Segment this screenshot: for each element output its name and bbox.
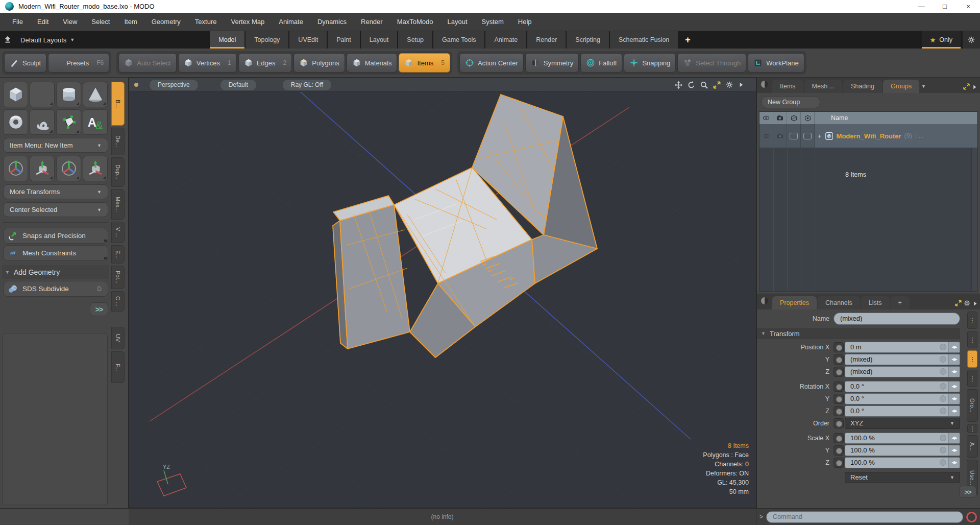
transform-tool-button[interactable]	[3, 156, 28, 181]
symmetry-button[interactable]: Symmetry	[525, 53, 579, 73]
camera-view-button[interactable]: Perspective	[150, 80, 198, 90]
row-checkbox-1[interactable]	[787, 124, 801, 148]
mesh-constraints-button[interactable]: Mesh Constraints	[3, 245, 108, 261]
channel-toggle[interactable]	[834, 394, 844, 404]
channel-handle[interactable]: ⋮	[967, 424, 977, 433]
sidebar-vtab-mesh[interactable]: Mes...	[111, 189, 125, 220]
panel-arrow-icon[interactable]	[972, 300, 978, 307]
viewport-options-gear-icon[interactable]	[725, 81, 733, 89]
row-render-toggle[interactable]	[773, 124, 787, 148]
panel-collapse-icon[interactable]	[761, 297, 768, 304]
3d-model-wireframe[interactable]	[333, 94, 597, 357]
channel-handle[interactable]: ⋮	[967, 370, 977, 387]
spinner-arrows[interactable]: ◀▶	[948, 381, 960, 392]
channel-handle[interactable]: ⋮	[967, 312, 977, 329]
menu-vertex-map[interactable]: Vertex Map	[224, 13, 272, 31]
pan-icon[interactable]	[674, 81, 683, 89]
menu-layout[interactable]: Layout	[440, 13, 474, 31]
workplane-button[interactable]: WorkPlane	[748, 53, 804, 73]
menu-dynamics[interactable]: Dynamics	[310, 13, 354, 31]
expand-panel-icon[interactable]	[963, 83, 970, 90]
text-tool-button[interactable]	[83, 109, 108, 135]
order-dropdown[interactable]: XYZ▼	[845, 418, 960, 429]
tab-overflow-chevron-icon[interactable]: ▼	[920, 84, 930, 93]
menu-animate[interactable]: Animate	[272, 13, 310, 31]
move-tool-button[interactable]	[30, 156, 55, 181]
only-toggle[interactable]: ★ Only	[922, 31, 961, 49]
tab-paint[interactable]: Paint	[328, 31, 360, 49]
tree-scrollbar[interactable]	[971, 148, 977, 291]
tab-items[interactable]: Items	[772, 80, 803, 93]
presets-button[interactable]: PresetsF6	[48, 53, 109, 73]
menu-edit[interactable]: Edit	[30, 13, 56, 31]
cylinder-primitive-button[interactable]	[56, 82, 81, 107]
rotation-x-field[interactable]: 0.0 °◀▶	[845, 381, 960, 392]
shading-mode-button[interactable]: Default	[220, 80, 256, 90]
tab-topology[interactable]: Topology	[246, 31, 288, 49]
raygl-button[interactable]: Ray GL: Off	[283, 80, 331, 90]
polygons-mode-button[interactable]: Polygons	[293, 53, 345, 73]
scale-z-field[interactable]: 100.0 %◀▶	[845, 457, 960, 468]
spinner-arrows[interactable]: ◀▶	[948, 342, 960, 352]
tab-setup[interactable]: Setup	[398, 31, 432, 49]
render-column-header[interactable]	[773, 112, 787, 124]
spinner-arrows[interactable]: ◀▶	[948, 394, 960, 404]
transform-section-header[interactable]: ▼ Transform	[757, 328, 960, 339]
properties-more-button[interactable]: >>	[959, 486, 976, 498]
select-through-button[interactable]: Select Through	[677, 53, 746, 73]
layout-up-button[interactable]	[0, 31, 15, 49]
rotation-z-field[interactable]: 0.0 °◀▶	[845, 405, 960, 417]
sidebar-vtab-duplicate[interactable]: Dup...	[111, 157, 125, 187]
rotate-tool-button[interactable]	[56, 156, 81, 181]
sphere-primitive-button[interactable]	[30, 82, 55, 107]
tab-animate[interactable]: Animate	[485, 31, 526, 49]
snapping-button[interactable]: Snapping	[624, 53, 676, 73]
rotation-y-field[interactable]: 0.0 °◀▶	[845, 393, 960, 404]
tab-layout[interactable]: Layout	[361, 31, 398, 49]
side-vtab-assembly[interactable]: A...	[967, 435, 978, 458]
sculpt-button[interactable]: Sculpt	[4, 53, 46, 73]
sidebar-vtab-uv[interactable]: UV	[111, 327, 125, 349]
cube-primitive-button[interactable]	[3, 82, 28, 107]
snaps-precision-button[interactable]: Snaps and Precision	[3, 228, 108, 244]
sidebar-vtab-polygon[interactable]: Pol...	[111, 266, 125, 289]
channel-toggle[interactable]	[834, 458, 844, 468]
record-macro-icon[interactable]	[966, 512, 977, 522]
sidebar-vtab-curve[interactable]: C ...	[111, 291, 125, 312]
tab-model[interactable]: Model	[210, 31, 244, 49]
spinner-arrows[interactable]: ◀▶	[948, 367, 960, 377]
menu-system[interactable]: System	[475, 13, 511, 31]
sidebar-vtab-edge[interactable]: E...	[111, 245, 125, 264]
menu-geometry[interactable]: Geometry	[144, 13, 188, 31]
command-input[interactable]	[766, 511, 963, 523]
scale-tool-button[interactable]	[83, 156, 108, 181]
menu-view[interactable]: View	[56, 13, 84, 31]
cone-primitive-button[interactable]	[83, 82, 108, 107]
name-column-header[interactable]: Name	[815, 112, 977, 124]
tab-lists[interactable]: Lists	[861, 296, 890, 309]
menu-item[interactable]: Item	[117, 13, 144, 31]
form-gear-icon[interactable]	[963, 299, 971, 307]
sidebar-more-button[interactable]: >>	[90, 302, 108, 316]
maximize-viewport-icon[interactable]	[713, 81, 721, 89]
item-menu-dropdown[interactable]: Item Menu: New Item ▼	[3, 138, 108, 153]
tab-shading[interactable]: Shading	[843, 80, 882, 93]
position-x-field[interactable]: 0 m◀▶	[845, 342, 960, 353]
layout-switcher[interactable]: Default Layouts ▼	[15, 31, 80, 49]
tab-channels[interactable]: Channels	[818, 296, 860, 309]
pen-tool-button[interactable]	[56, 109, 81, 135]
more-transforms-dropdown[interactable]: More Transforms ▼	[3, 184, 108, 199]
wireframe-column-header[interactable]	[787, 112, 801, 124]
tab-properties[interactable]: Properties	[772, 296, 817, 309]
vertices-mode-button[interactable]: Vertices1	[178, 53, 237, 73]
materials-mode-button[interactable]: Materials	[347, 53, 398, 73]
menu-render[interactable]: Render	[354, 13, 390, 31]
menu-select[interactable]: Select	[84, 13, 117, 31]
viewport-scene[interactable]: YZ	[129, 92, 757, 509]
center-selected-dropdown[interactable]: Center Selected ▼	[3, 202, 108, 217]
sidebar-vtab-vertex[interactable]: V ...	[111, 222, 125, 243]
channel-handle-active[interactable]: ⋮	[967, 350, 977, 368]
menu-texture[interactable]: Texture	[188, 13, 224, 31]
sidebar-vtab-falloff[interactable]: F...	[111, 351, 125, 383]
edges-mode-button[interactable]: Edges2	[238, 53, 292, 73]
